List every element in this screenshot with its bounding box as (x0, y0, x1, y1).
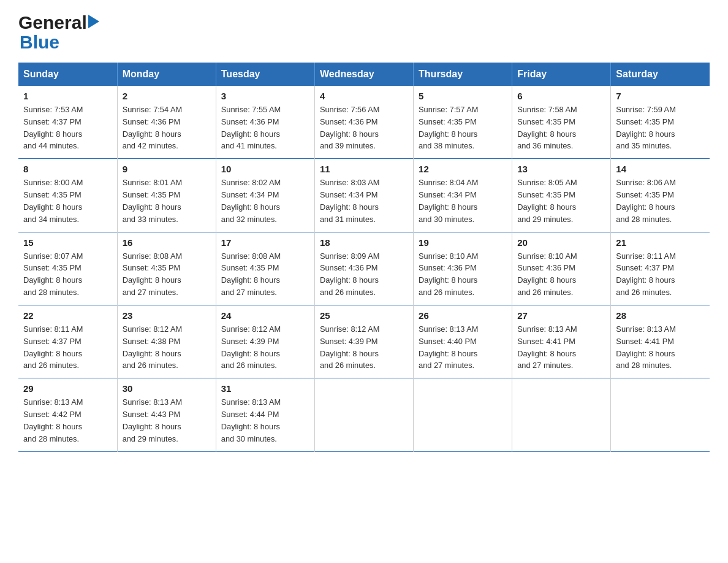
calendar-header-wednesday: Wednesday (314, 63, 413, 86)
calendar-cell: 26 Sunrise: 8:13 AM Sunset: 4:40 PM Dayl… (414, 305, 512, 378)
calendar-cell: 13 Sunrise: 8:05 AM Sunset: 4:35 PM Dayl… (512, 159, 611, 232)
calendar-cell: 9 Sunrise: 8:01 AM Sunset: 4:35 PM Dayli… (117, 159, 216, 232)
day-info: Sunrise: 8:00 AM Sunset: 4:35 PM Dayligh… (23, 177, 112, 225)
day-info: Sunrise: 8:12 AM Sunset: 4:39 PM Dayligh… (221, 323, 309, 372)
calendar-cell (611, 378, 710, 451)
calendar-cell: 30 Sunrise: 8:13 AM Sunset: 4:43 PM Dayl… (117, 378, 216, 451)
calendar-cell: 21 Sunrise: 8:11 AM Sunset: 4:37 PM Dayl… (611, 232, 710, 305)
calendar-header-monday: Monday (117, 63, 216, 86)
day-info: Sunrise: 8:08 AM Sunset: 4:35 PM Dayligh… (123, 250, 211, 299)
calendar-week-1: 1 Sunrise: 7:53 AM Sunset: 4:37 PM Dayli… (18, 86, 710, 159)
day-info: Sunrise: 8:13 AM Sunset: 4:41 PM Dayligh… (517, 323, 605, 372)
day-number: 3 (221, 91, 309, 101)
calendar-cell: 15 Sunrise: 8:07 AM Sunset: 4:35 PM Dayl… (18, 232, 117, 305)
calendar-header-tuesday: Tuesday (216, 63, 314, 86)
calendar-table: SundayMondayTuesdayWednesdayThursdayFrid… (18, 63, 710, 452)
day-info: Sunrise: 8:07 AM Sunset: 4:35 PM Dayligh… (23, 250, 112, 299)
calendar-cell: 29 Sunrise: 8:13 AM Sunset: 4:42 PM Dayl… (18, 378, 117, 451)
day-info: Sunrise: 8:06 AM Sunset: 4:35 PM Dayligh… (616, 177, 705, 225)
day-number: 22 (23, 310, 112, 321)
day-info: Sunrise: 8:11 AM Sunset: 4:37 PM Dayligh… (23, 323, 112, 372)
calendar-cell: 3 Sunrise: 7:55 AM Sunset: 4:36 PM Dayli… (216, 86, 314, 159)
day-info: Sunrise: 8:10 AM Sunset: 4:36 PM Dayligh… (419, 250, 507, 299)
day-info: Sunrise: 8:05 AM Sunset: 4:35 PM Dayligh… (517, 177, 605, 225)
day-info: Sunrise: 7:53 AM Sunset: 4:37 PM Dayligh… (23, 104, 112, 152)
day-number: 11 (320, 164, 408, 174)
calendar-cell: 12 Sunrise: 8:04 AM Sunset: 4:34 PM Dayl… (414, 159, 512, 232)
calendar-header-saturday: Saturday (611, 63, 710, 86)
day-info: Sunrise: 7:55 AM Sunset: 4:36 PM Dayligh… (221, 104, 309, 152)
calendar-cell: 2 Sunrise: 7:54 AM Sunset: 4:36 PM Dayli… (117, 86, 216, 159)
calendar-cell: 25 Sunrise: 8:12 AM Sunset: 4:39 PM Dayl… (314, 305, 413, 378)
day-info: Sunrise: 8:01 AM Sunset: 4:35 PM Dayligh… (123, 177, 211, 225)
day-number: 24 (221, 310, 309, 321)
day-number: 10 (221, 164, 309, 174)
calendar-cell: 23 Sunrise: 8:12 AM Sunset: 4:38 PM Dayl… (117, 305, 216, 378)
day-info: Sunrise: 8:12 AM Sunset: 4:39 PM Dayligh… (320, 323, 408, 372)
calendar-cell: 10 Sunrise: 8:02 AM Sunset: 4:34 PM Dayl… (216, 159, 314, 232)
day-number: 4 (320, 91, 408, 101)
day-info: Sunrise: 8:13 AM Sunset: 4:40 PM Dayligh… (419, 323, 507, 372)
day-number: 26 (419, 310, 507, 321)
calendar-cell: 11 Sunrise: 8:03 AM Sunset: 4:34 PM Dayl… (314, 159, 413, 232)
day-number: 2 (123, 91, 211, 101)
calendar-cell: 17 Sunrise: 8:08 AM Sunset: 4:35 PM Dayl… (216, 232, 314, 305)
day-number: 21 (616, 237, 705, 248)
day-number: 23 (123, 310, 211, 321)
day-info: Sunrise: 8:12 AM Sunset: 4:38 PM Dayligh… (123, 323, 211, 372)
day-number: 20 (517, 237, 605, 248)
calendar-cell: 24 Sunrise: 8:12 AM Sunset: 4:39 PM Dayl… (216, 305, 314, 378)
day-info: Sunrise: 8:03 AM Sunset: 4:34 PM Dayligh… (320, 177, 408, 225)
day-info: Sunrise: 8:13 AM Sunset: 4:43 PM Dayligh… (123, 396, 211, 445)
calendar-cell: 18 Sunrise: 8:09 AM Sunset: 4:36 PM Dayl… (314, 232, 413, 305)
day-number: 9 (123, 164, 211, 174)
logo: General Blue (18, 12, 99, 53)
calendar-header-row: SundayMondayTuesdayWednesdayThursdayFrid… (18, 63, 710, 86)
day-number: 18 (320, 237, 408, 248)
calendar-cell: 1 Sunrise: 7:53 AM Sunset: 4:37 PM Dayli… (18, 86, 117, 159)
day-info: Sunrise: 7:57 AM Sunset: 4:35 PM Dayligh… (419, 104, 507, 152)
day-info: Sunrise: 8:11 AM Sunset: 4:37 PM Dayligh… (616, 250, 705, 299)
day-number: 6 (517, 91, 605, 101)
day-info: Sunrise: 8:04 AM Sunset: 4:34 PM Dayligh… (419, 177, 507, 225)
day-number: 5 (419, 91, 507, 101)
day-number: 17 (221, 237, 309, 248)
day-info: Sunrise: 8:09 AM Sunset: 4:36 PM Dayligh… (320, 250, 408, 299)
calendar-cell: 19 Sunrise: 8:10 AM Sunset: 4:36 PM Dayl… (414, 232, 512, 305)
calendar-week-5: 29 Sunrise: 8:13 AM Sunset: 4:42 PM Dayl… (18, 378, 710, 451)
day-info: Sunrise: 8:13 AM Sunset: 4:44 PM Dayligh… (221, 396, 309, 445)
day-number: 12 (419, 164, 507, 174)
day-number: 16 (123, 237, 211, 248)
day-number: 8 (23, 164, 112, 174)
calendar-header-friday: Friday (512, 63, 611, 86)
logo-arrow-icon (88, 15, 99, 31)
calendar-cell: 8 Sunrise: 8:00 AM Sunset: 4:35 PM Dayli… (18, 159, 117, 232)
calendar-cell (512, 378, 611, 451)
calendar-header-thursday: Thursday (414, 63, 512, 86)
day-number: 14 (616, 164, 705, 174)
day-number: 15 (23, 237, 112, 248)
day-number: 1 (23, 91, 112, 101)
calendar-cell: 22 Sunrise: 8:11 AM Sunset: 4:37 PM Dayl… (18, 305, 117, 378)
calendar-cell: 7 Sunrise: 7:59 AM Sunset: 4:35 PM Dayli… (611, 86, 710, 159)
day-number: 27 (517, 310, 605, 321)
day-info: Sunrise: 8:02 AM Sunset: 4:34 PM Dayligh… (221, 177, 309, 225)
calendar-cell: 20 Sunrise: 8:10 AM Sunset: 4:36 PM Dayl… (512, 232, 611, 305)
day-info: Sunrise: 7:58 AM Sunset: 4:35 PM Dayligh… (517, 104, 605, 152)
day-info: Sunrise: 8:08 AM Sunset: 4:35 PM Dayligh… (221, 250, 309, 299)
calendar-week-3: 15 Sunrise: 8:07 AM Sunset: 4:35 PM Dayl… (18, 232, 710, 305)
logo-blue-text: Blue (20, 32, 59, 53)
day-number: 28 (616, 310, 705, 321)
calendar-cell: 16 Sunrise: 8:08 AM Sunset: 4:35 PM Dayl… (117, 232, 216, 305)
day-number: 13 (517, 164, 605, 174)
day-info: Sunrise: 7:59 AM Sunset: 4:35 PM Dayligh… (616, 104, 705, 152)
svg-marker-0 (88, 15, 99, 28)
calendar-cell: 28 Sunrise: 8:13 AM Sunset: 4:41 PM Dayl… (611, 305, 710, 378)
calendar-cell: 27 Sunrise: 8:13 AM Sunset: 4:41 PM Dayl… (512, 305, 611, 378)
calendar-cell: 14 Sunrise: 8:06 AM Sunset: 4:35 PM Dayl… (611, 159, 710, 232)
day-number: 31 (221, 383, 309, 394)
day-number: 30 (123, 383, 211, 394)
calendar-cell (314, 378, 413, 451)
day-number: 19 (419, 237, 507, 248)
logo-general-text: General (18, 12, 87, 33)
